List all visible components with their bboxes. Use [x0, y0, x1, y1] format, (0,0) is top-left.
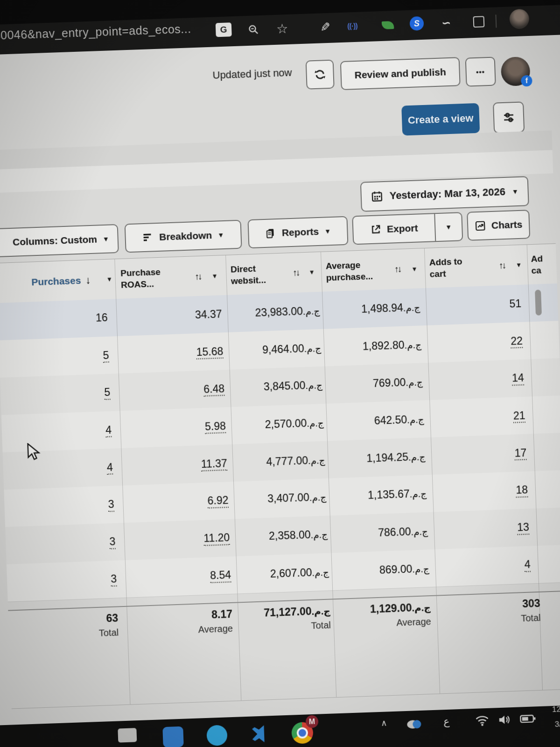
avg-purchase-cell: 869.00ج.م.	[379, 562, 430, 577]
filters-button[interactable]	[493, 101, 525, 133]
totals-direct: 71,127.00ج.م. Total	[264, 605, 331, 633]
clock-time: 12:05	[552, 705, 560, 714]
roas-cell: 6.92	[207, 494, 229, 508]
browser-avatar[interactable]	[509, 9, 529, 29]
export-button[interactable]: Export ▼	[352, 212, 463, 245]
facebook-badge-icon: f	[521, 75, 532, 87]
translate-icon[interactable]: G	[216, 22, 232, 37]
account-avatar[interactable]: f	[501, 56, 531, 86]
currency-suffix: ج.م.	[412, 564, 429, 574]
reports-button[interactable]: Reports ▼	[247, 216, 348, 248]
scrollbar-thumb[interactable]	[535, 289, 542, 315]
direct-website-cell: 2,358.00ج.م.	[269, 528, 328, 543]
purchases-cell: 5	[103, 349, 109, 361]
chrome-icon[interactable]: M	[291, 722, 314, 744]
purchases-cell: 4	[107, 461, 113, 473]
language-indicator[interactable]: ع	[443, 716, 450, 728]
currency-suffix: ج.م.	[312, 567, 329, 578]
eco-extension-icon[interactable]	[382, 17, 394, 33]
export-main[interactable]: Export	[353, 222, 435, 236]
currency-suffix: ج.م.	[409, 489, 427, 500]
pen-extension-icon[interactable]: ✎	[320, 20, 331, 35]
date-range-button[interactable]: Yesterday: Mar 13, 2026 ▼	[360, 176, 529, 212]
battery-icon[interactable]	[520, 712, 536, 724]
breakdown-button[interactable]: Breakdown ▼	[125, 220, 242, 253]
totals-adds: 303 Total	[520, 597, 541, 624]
column-menu-icon[interactable]: ▼	[308, 266, 315, 278]
export-dropdown-caret[interactable]: ▼	[435, 223, 462, 231]
currency-suffix: ج.م.	[310, 529, 328, 540]
column-header-adds-to-cart[interactable]: Adds tocart ↑↓ ▼	[429, 245, 525, 288]
column-header-purchases[interactable]: Purchases ↓ ▼	[6, 259, 116, 303]
shazam-extension-icon[interactable]: S	[410, 16, 424, 31]
column-menu-icon[interactable]: ▼	[411, 263, 418, 275]
wave-extension-icon[interactable]: ∽	[441, 15, 451, 31]
currency-suffix: ج.م.	[408, 451, 426, 462]
purchases-cell: 3	[108, 498, 114, 511]
speaker-icon[interactable]	[497, 713, 512, 726]
currency-suffix: ج.م.	[311, 606, 330, 617]
columns-label: Columns: Custom	[13, 234, 98, 248]
totals-roas: 8.17 Average	[197, 608, 233, 635]
roas-cell: 11.20	[203, 531, 230, 545]
taskbar-app-icon[interactable]	[118, 728, 137, 742]
more-options-button[interactable]: •••	[465, 57, 496, 87]
onedrive-icon[interactable]	[405, 717, 423, 729]
column-menu-icon[interactable]: ▼	[211, 270, 218, 282]
avg-purchase-cell: 1,194.25ج.م.	[366, 450, 426, 465]
sort-icon[interactable]: ↑↓	[195, 270, 201, 282]
column-menu-icon[interactable]: ▼	[516, 259, 522, 271]
currency-suffix: ج.م.	[308, 455, 325, 465]
direct-website-cell: 2,570.00ج.م.	[265, 416, 324, 430]
column-menu-icon[interactable]: ▼	[106, 273, 112, 285]
charts-label: Charts	[491, 219, 523, 231]
currency-suffix: ج.م.	[412, 602, 431, 613]
columns-button[interactable]: Columns: Custom ▼	[0, 224, 119, 258]
avg-purchase-cell: 1,892.80ج.م.	[363, 338, 422, 352]
wifi-icon[interactable]	[475, 714, 490, 727]
currency-suffix: ج.م.	[305, 380, 322, 391]
column-header-avg-purchase[interactable]: Averagepurchase... ↑↓ ▼	[325, 248, 421, 291]
roas-cell: 34.37	[195, 308, 222, 321]
column-header-roas[interactable]: PurchaseROAS... ↑↓ ▼	[120, 255, 222, 298]
adds-to-cart-cell: 13	[517, 521, 530, 534]
currency-suffix: ج.م.	[304, 343, 321, 353]
purchases-cell: 4	[105, 423, 112, 436]
roas-cell: 5.98	[205, 420, 226, 433]
telegram-icon[interactable]	[206, 725, 228, 746]
vscode-icon[interactable]	[249, 723, 271, 745]
url-text[interactable]: 640046&nav_entry_point=ads_ecos...	[0, 22, 191, 42]
clock-date: 3/14/	[553, 719, 560, 729]
chevron-down-icon: ▼	[217, 231, 224, 239]
totals-purchases: 63 Total	[98, 612, 119, 638]
roas-cell: 15.68	[196, 345, 223, 359]
purchases-cell: 3	[109, 536, 116, 548]
extensions-puzzle-icon[interactable]	[473, 14, 484, 29]
sort-icon[interactable]: ↑↓	[293, 267, 299, 278]
avg-purchase-cell: 1,135.67ج.م.	[368, 487, 427, 502]
sort-icon[interactable]: ↑↓	[499, 260, 505, 271]
zoom-search-icon[interactable]	[247, 22, 260, 37]
currency-suffix: ج.م.	[307, 417, 324, 428]
roas-cell: 8.54	[210, 569, 231, 582]
refresh-button[interactable]	[306, 60, 335, 90]
currency-suffix: ج.م.	[411, 526, 428, 537]
divider	[495, 14, 497, 28]
taskbar-clock[interactable]: 12:05 3/14/	[552, 705, 560, 729]
review-publish-button[interactable]: Review and publish	[340, 57, 461, 90]
currency-suffix: ج.م.	[404, 339, 421, 350]
column-header-direct-website[interactable]: Directwebsit... ↑↓ ▼	[230, 252, 318, 295]
sort-icon[interactable]: ↑↓	[394, 263, 401, 275]
tray-chevron-icon[interactable]: ∧	[381, 718, 387, 728]
avg-purchase-cell: 769.00ج.م.	[373, 375, 423, 390]
column-header-ad-cut[interactable]: Adca	[531, 244, 557, 284]
radio-extension-icon[interactable]: ((·))	[347, 19, 358, 34]
sliders-icon	[502, 110, 516, 125]
avg-purchase-cell: 786.00ج.م.	[378, 525, 428, 539]
create-view-button[interactable]: Create a view	[401, 103, 480, 136]
purchases-cell: 5	[104, 386, 111, 399]
taskbar-app-icon[interactable]	[162, 726, 184, 747]
bookmark-star-icon[interactable]: ☆	[276, 21, 288, 36]
charts-button[interactable]: Charts	[467, 210, 530, 241]
currency-suffix: ج.م.	[407, 414, 424, 425]
